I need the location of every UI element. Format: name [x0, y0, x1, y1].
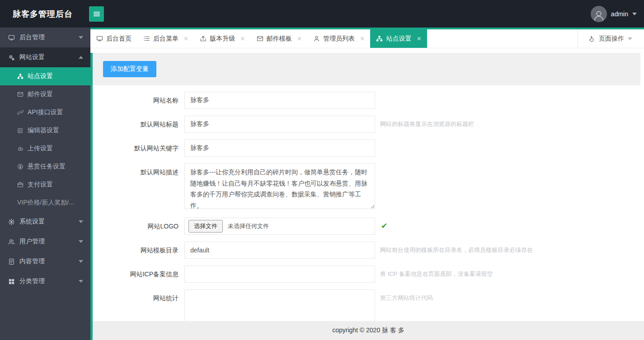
check-icon: ✔	[381, 218, 387, 235]
toolbar-panel: 添加配置变量	[93, 53, 640, 85]
sidebar-item-category-management[interactable]: 分类管理	[0, 271, 90, 291]
default-title-input[interactable]	[184, 116, 375, 133]
logo-file-input[interactable]: 选择文件 未选择任何文件	[184, 218, 375, 235]
sitemap-icon	[17, 73, 24, 79]
sidebar-item-payment-settings[interactable]: 支付设置	[0, 176, 90, 194]
close-icon[interactable]: ×	[360, 35, 364, 42]
sidebar-item-system-settings[interactable]: 系统设置	[0, 212, 90, 232]
sidebar-item-label: 网站设置	[19, 53, 45, 61]
monitor-icon	[8, 34, 15, 41]
tab-mail-template[interactable]: 邮件模板 ×	[251, 29, 307, 48]
sidebar-item-backend-admin[interactable]: 后台管理	[0, 28, 90, 47]
field-label: 默认网站描述	[93, 163, 184, 181]
chevron-down-icon	[79, 260, 83, 263]
site-settings-form: 网站名称 默认网站标题 网站的标题将显示在浏览器的标题栏 默认网站关键字 默认网…	[93, 85, 644, 332]
monitor-icon	[96, 35, 103, 42]
field-label: 网站LOGO	[93, 218, 184, 235]
edit-icon	[17, 127, 24, 134]
site-name-input[interactable]	[184, 92, 375, 109]
default-keywords-input[interactable]	[184, 140, 375, 157]
tab-backend-home[interactable]: 后台首页	[90, 29, 137, 48]
icp-input[interactable]	[184, 265, 375, 283]
user-menu[interactable]: admin	[591, 6, 637, 22]
mail-icon	[257, 35, 263, 42]
document-icon	[8, 258, 15, 265]
sidebar-item-site-settings[interactable]: 站点设置	[0, 67, 90, 85]
chevron-down-icon	[79, 280, 83, 283]
mail-icon	[17, 91, 24, 98]
yen-circle-icon	[17, 163, 24, 170]
tab-backend-menu[interactable]: 后台菜单 ×	[137, 29, 194, 48]
sidebar-item-api-settings[interactable]: API接口设置	[0, 103, 90, 121]
chevron-down-icon	[632, 13, 637, 15]
add-config-variable-button[interactable]: 添加配置变量	[103, 61, 156, 77]
avatar	[591, 6, 607, 22]
sidebar-item-editor-settings[interactable]: 编辑器设置	[0, 121, 90, 140]
field-hint: 网站的标题将显示在浏览器的标题栏	[380, 116, 474, 133]
sidebar-item-label: 后台管理	[19, 33, 45, 42]
sidebar-item-label: 分类管理	[19, 277, 45, 285]
field-label: 网站统计	[93, 289, 184, 307]
sidebar-item-vip-price[interactable]: VIP价格/新人奖励/...	[0, 194, 90, 212]
sidebar-item-label: 悬赏任务设置	[28, 163, 66, 171]
sidebar-item-user-management[interactable]: 用户管理	[0, 232, 90, 252]
tab-site-settings[interactable]: 站点设置 ×	[370, 29, 427, 48]
field-hint: 网站前台使用的模板所在目录名，必填且模板目录必须存在	[380, 242, 533, 259]
sidebar-item-website-settings[interactable]: 网站设置	[0, 47, 90, 67]
sidebar-item-reward-task-settings[interactable]: 悬赏任务设置	[0, 158, 90, 176]
tab-label: 管理员列表	[323, 35, 355, 43]
close-icon[interactable]: ×	[184, 35, 188, 42]
template-dir-input[interactable]	[184, 242, 375, 259]
tab-label: 后台菜单	[153, 35, 179, 43]
form-row-default-title: 默认网站标题 网站的标题将显示在浏览器的标题栏	[93, 116, 644, 133]
gear-icon	[8, 219, 15, 225]
link-icon	[17, 109, 24, 116]
chevron-down-icon	[628, 37, 632, 40]
sidebar-toggle-button[interactable]	[89, 6, 104, 22]
page-actions-dropdown[interactable]: 页面操作	[578, 29, 644, 48]
close-icon[interactable]: ×	[417, 35, 421, 42]
sidebar-item-label: API接口设置	[28, 108, 63, 116]
wallet-icon	[17, 182, 24, 188]
sitemap-icon	[376, 35, 383, 42]
hand-pointer-icon	[588, 35, 595, 42]
tab-label: 版本升级	[210, 35, 235, 43]
sidebar-item-label: 站点设置	[28, 72, 53, 80]
form-row-default-description: 默认网站描述 脉客多---让你充分利用自己的碎片时间，做简单悬赏任务，随时随地赚…	[93, 163, 644, 211]
sidebar-item-upload-settings[interactable]: 上传设置	[0, 140, 90, 158]
field-hint: 第三方网站统计代码	[380, 289, 433, 307]
field-label: 网站名称	[93, 92, 184, 109]
sidebar-item-label: VIP价格/新人奖励/...	[17, 199, 74, 207]
hamburger-icon	[93, 10, 101, 18]
sidebar-item-mail-settings[interactable]: 邮件设置	[0, 85, 90, 103]
chevron-down-icon	[79, 240, 83, 243]
tab-label: 站点设置	[386, 35, 411, 43]
chevron-up-icon	[79, 56, 83, 59]
close-icon[interactable]: ×	[240, 35, 244, 42]
app-title: 脉客多管理后台	[0, 9, 89, 19]
gears-icon	[8, 54, 15, 61]
chevron-down-icon	[79, 220, 83, 223]
field-label: 默认网站标题	[93, 116, 184, 133]
footer: copyright © 2020 脉 客 多	[93, 321, 644, 340]
form-row-site-logo: 网站LOGO 选择文件 未选择任何文件 ✔	[93, 218, 644, 235]
choose-file-button[interactable]: 选择文件	[188, 220, 223, 233]
grid-icon	[8, 278, 15, 285]
sidebar-item-label: 编辑器设置	[28, 126, 59, 135]
sidebar-item-label: 支付设置	[28, 181, 53, 189]
sidebar-item-label: 用户管理	[19, 238, 45, 246]
close-icon[interactable]: ×	[297, 35, 301, 42]
field-label: 网站模板目录	[93, 242, 184, 259]
form-row-template-dir: 网站模板目录 网站前台使用的模板所在目录名，必填且模板目录必须存在	[93, 242, 644, 259]
username: admin	[611, 10, 628, 18]
content-area: 添加配置变量 网站名称 默认网站标题 网站的标题将显示在浏览器的标题栏 默认网站…	[90, 48, 644, 340]
tab-admin-list[interactable]: 管理员列表 ×	[307, 29, 370, 48]
copyright-text: copyright © 2020 脉 客 多	[332, 326, 404, 335]
sidebar-item-label: 邮件设置	[28, 90, 53, 98]
upload-icon	[200, 35, 207, 42]
tab-version-upgrade[interactable]: 版本升级 ×	[194, 29, 250, 48]
sidebar-item-label: 上传设置	[28, 144, 53, 153]
sidebar-item-content-management[interactable]: 内容管理	[0, 252, 90, 271]
default-description-textarea[interactable]: 脉客多---让你充分利用自己的碎片时间，做简单悬赏任务，随时随地赚钱！让自己每月…	[184, 163, 375, 209]
chevron-down-icon	[79, 36, 83, 39]
